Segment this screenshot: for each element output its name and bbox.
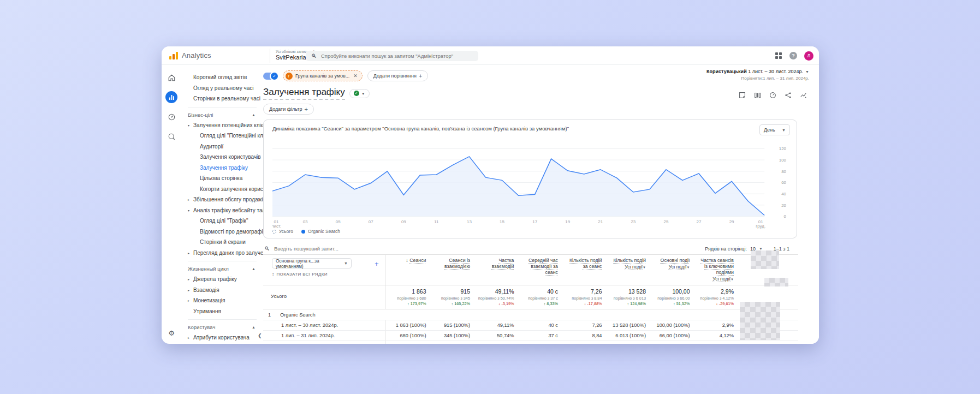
table-cell: 915 (100%) (430, 320, 474, 330)
column-header-label[interactable]: Частка взаємодій (492, 258, 514, 269)
totals-value: 100,00 (652, 288, 690, 295)
add-filter-label: Додати фільтр (269, 106, 302, 112)
add-dimension-button[interactable]: + (375, 260, 379, 268)
global-search[interactable]: 🔍︎ (306, 51, 478, 61)
table-group-row[interactable]: 1Organic Search (263, 309, 798, 320)
sidebar-item[interactable]: ▾Залучення потенційних кліє... (181, 120, 263, 131)
chevron-down-icon[interactable]: ▼ (759, 247, 763, 250)
column-header[interactable]: Сеанси із взаємодією (430, 255, 474, 285)
analytics-logo[interactable]: Analytics (162, 51, 270, 59)
sidebar-item-label: Цільова сторінка (200, 175, 242, 181)
x-axis-tick: 25 (664, 219, 669, 224)
totals-cell: 7,26порівняно з 8,84↓ -17,88% (561, 285, 605, 309)
sidebar-item[interactable]: ▸Атрибути користувача (181, 332, 263, 343)
sidebar-item[interactable]: Залучення трафіку (181, 163, 263, 174)
sidebar-item[interactable]: Огляд цілі "Потенційні клі... (181, 130, 263, 141)
comparison-chip[interactable]: Г Група каналів за умов... ✕ (283, 70, 363, 81)
column-header-label[interactable]: Сеанси (409, 258, 426, 263)
sidebar-item[interactable]: ▸Перегляд даних про залуче... (181, 248, 263, 259)
column-subfilter-label: Усі події (625, 264, 643, 270)
add-filter-button[interactable]: Додати фільтр + (263, 104, 314, 115)
comparison-icon[interactable] (754, 91, 761, 101)
sidebar-item[interactable]: Огляд цілі "Трафік" (181, 216, 263, 226)
sidebar-item-label: Джерела трафіку (193, 276, 237, 282)
help-icon[interactable]: ? (789, 52, 797, 59)
sidebar-item[interactable]: Відомості про демографіч... (181, 226, 263, 237)
column-header[interactable]: Кількість подійУсі події ▼ (605, 255, 650, 285)
legend-total[interactable]: Усього (272, 229, 293, 234)
sidebar-item[interactable]: ▾Аналіз трафіку вебсайту та/... (181, 205, 263, 216)
x-axis-tick: 19 (565, 219, 570, 224)
row-metrics: 1 863 (100%)915 (100%)49,11%40 с7,2613 5… (385, 320, 737, 330)
column-header-label[interactable]: Частка сеансів із ключовими подіями (700, 258, 734, 275)
sidebar-item[interactable]: Аудиторії (181, 141, 263, 152)
chevron-down-icon: ▼ (805, 69, 809, 75)
column-header-label[interactable]: Основні події (661, 258, 690, 263)
sidebar-item[interactable]: Когорти залучення корис... (181, 184, 263, 195)
column-subfilter[interactable]: Усі події ▼ (697, 276, 734, 283)
page-title[interactable]: Залучення трафіку (263, 87, 345, 100)
sidebar-item[interactable]: Сторінки в реальному часі (181, 93, 263, 104)
sidebar-item[interactable]: Залучення користувачів (181, 152, 263, 163)
column-header-label[interactable]: Сеанси із взаємодією (444, 258, 470, 269)
column-header-label[interactable]: Кількість подій за сеанс (569, 258, 602, 269)
sidebar-item-label: Відомості про демографіч... (200, 229, 263, 235)
dimension-select[interactable]: Основна група к...за умовчанням) ▼ (272, 258, 352, 268)
column-header-label[interactable]: Середній час взаємодії за сеанс (528, 258, 558, 275)
sidebar-item[interactable]: Сторінки й екрани (181, 237, 263, 248)
column-header[interactable]: Основні подіїУсі події ▼ (649, 255, 693, 285)
insights-icon[interactable] (800, 91, 807, 101)
legend-organic-search[interactable]: Organic Search (301, 229, 340, 234)
sessions-line-chart[interactable]: 02040608010012001лист.030507091113151719… (272, 135, 789, 229)
home-icon[interactable] (165, 71, 177, 83)
search-input[interactable] (321, 53, 473, 59)
column-header[interactable]: Частка сеансів із ключовими подіямиУсі п… (693, 255, 738, 285)
x-axis-tick-month: лист. (272, 224, 281, 229)
date-range-picker[interactable]: Користувацький 1 лист. – 30 лист. 2024р.… (706, 68, 809, 82)
close-icon[interactable]: ✕ (353, 73, 358, 79)
sidebar-item[interactable]: ▸Збільшення обсягу продажів (181, 194, 263, 205)
sidebar-item[interactable]: ▸Монетизація (181, 295, 263, 306)
table-row[interactable]: % change173,97%165,22%-3,19%8,33%-17,88%… (263, 341, 798, 344)
add-comparison-button[interactable]: Додати порівняння + (367, 70, 428, 81)
column-subfilter[interactable]: Усі події ▼ (609, 264, 646, 271)
sidebar-item[interactable]: Цільова сторінка (181, 173, 263, 184)
reports-icon[interactable] (165, 91, 177, 103)
sidebar-item[interactable]: Огляд у реальному часі (181, 83, 263, 94)
account-name: SvitPekaria (276, 54, 306, 61)
explore-icon[interactable] (165, 130, 177, 142)
share-icon[interactable] (785, 91, 792, 101)
sidebar-item[interactable]: Утримання (181, 306, 263, 317)
redacted-region (751, 250, 779, 269)
admin-gear-icon[interactable]: ⚙ (162, 329, 181, 337)
comparison-toggle[interactable]: ✓ (263, 73, 278, 80)
column-header[interactable]: Кількість подій за сеанс (561, 255, 605, 285)
sidebar-section-header[interactable]: Користувач▲ (181, 322, 263, 332)
show-all-rows-button[interactable]: ↕ ПОКАЗАТИ ВСІ РЯДКИ (272, 272, 381, 277)
column-subfilter[interactable]: Усі події ▼ (652, 264, 690, 271)
apps-grid-icon[interactable] (775, 52, 782, 59)
column-header-label[interactable]: Кількість подій (613, 258, 646, 263)
sidebar-section-header[interactable]: Бізнес-цілі▲ (181, 110, 263, 120)
sidebar-section-header[interactable]: Жизненный цикл▲ (181, 264, 263, 274)
chevron-down-icon: ▼ (643, 265, 646, 271)
column-header[interactable]: Середній час взаємодії за сеанс (518, 255, 562, 285)
avatar[interactable]: Л (804, 51, 813, 61)
redacted-region (764, 278, 788, 286)
sidebar-collapse-icon[interactable]: ❮ (258, 333, 815, 338)
sidebar-item[interactable]: ▸Взаємодія (181, 285, 263, 296)
granularity-select[interactable]: День ▼ (759, 124, 790, 135)
totals-cell: 915порівняно з 345↑ 165,22% (430, 285, 474, 309)
speed-icon[interactable] (769, 91, 776, 101)
column-header[interactable]: ↓ Сеанси (385, 255, 430, 285)
sidebar-item[interactable]: ▸Джерела трафіку (181, 274, 263, 285)
totals-compare: порівняно з 345 (433, 296, 471, 301)
advertising-icon[interactable] (165, 111, 177, 123)
table-search-input[interactable] (274, 246, 438, 252)
notes-icon[interactable] (739, 91, 746, 101)
sidebar-item[interactable]: Короткий огляд звітів (181, 72, 263, 83)
table-row[interactable]: 1 лист. – 30 лист. 2024р.1 863 (100%)915… (263, 320, 798, 330)
x-axis-tick: 15 (500, 219, 504, 224)
data-quality-badge[interactable]: ✓ ▼ (349, 89, 370, 98)
column-header[interactable]: Частка взаємодій (473, 255, 518, 285)
